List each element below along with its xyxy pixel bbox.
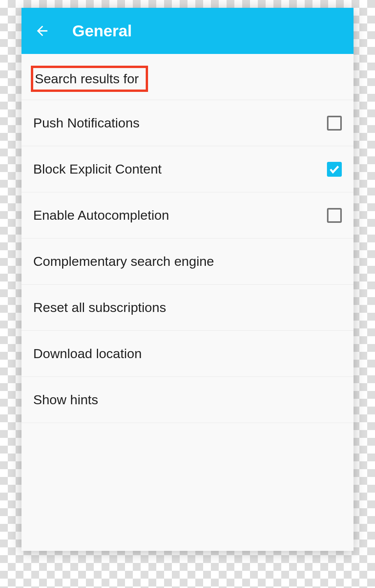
row-push-notifications[interactable]: Push Notifications [21, 100, 354, 146]
row-complementary-search-engine[interactable]: Complementary search engine [21, 238, 354, 285]
row-label: Enable Autocompletion [33, 208, 169, 223]
back-arrow-icon[interactable] [33, 22, 51, 40]
row-enable-autocompletion[interactable]: Enable Autocompletion [21, 192, 354, 238]
row-search-results-for[interactable]: Search results for [21, 54, 354, 100]
highlight-box: Search results for [31, 66, 148, 92]
row-label: Push Notifications [33, 115, 139, 131]
row-label: Complementary search engine [33, 254, 214, 269]
settings-list: Search results for Push Notifications Bl… [21, 54, 354, 551]
row-label: Reset all subscriptions [33, 300, 166, 315]
row-download-location[interactable]: Download location [21, 331, 354, 377]
page-title: General [72, 22, 132, 40]
row-block-explicit-content[interactable]: Block Explicit Content [21, 146, 354, 192]
row-label: Block Explicit Content [33, 161, 162, 177]
device-frame: General Search results for Push Notifica… [21, 8, 354, 551]
row-label: Download location [33, 346, 142, 361]
row-reset-all-subscriptions[interactable]: Reset all subscriptions [21, 285, 354, 331]
row-show-hints[interactable]: Show hints [21, 377, 354, 423]
app-bar: General [21, 8, 354, 54]
row-label: Search results for [35, 71, 139, 86]
checkbox-block-explicit-content[interactable] [327, 162, 342, 177]
checkbox-push-notifications[interactable] [327, 116, 342, 131]
row-label: Show hints [33, 392, 98, 407]
checkbox-enable-autocompletion[interactable] [327, 208, 342, 223]
